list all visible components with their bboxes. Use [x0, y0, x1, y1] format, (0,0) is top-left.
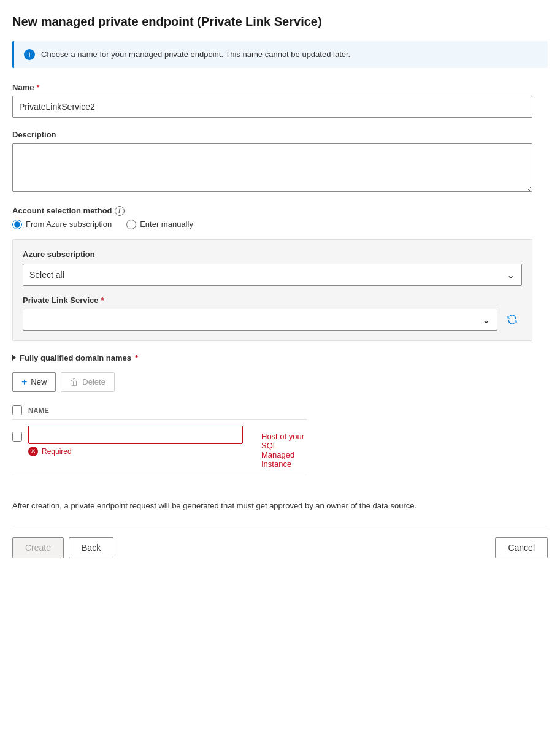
- name-label: Name *: [12, 83, 548, 92]
- fqdn-row-input[interactable]: [28, 426, 243, 444]
- trash-icon: 🗑: [70, 377, 79, 387]
- account-selection-group: Account selection method i From Azure su…: [12, 206, 548, 341]
- plus-icon: +: [21, 377, 27, 388]
- create-button[interactable]: Create: [12, 537, 64, 558]
- delete-button-label: Delete: [82, 377, 105, 386]
- fqdn-toolbar: + New 🗑 Delete: [12, 372, 548, 392]
- triangle-icon: [12, 355, 16, 361]
- azure-subscription-select[interactable]: Select all: [23, 264, 522, 286]
- footer-buttons: Create Back Cancel: [12, 527, 548, 558]
- new-button[interactable]: + New: [12, 372, 56, 392]
- private-link-required-star: *: [101, 296, 104, 305]
- private-link-service-label: Private Link Service *: [23, 296, 522, 305]
- radio-enter-manually[interactable]: Enter manually: [126, 220, 193, 229]
- row-separator: [12, 475, 307, 475]
- hint-text: Host of your SQL Managed Instance: [261, 432, 307, 469]
- cancel-button[interactable]: Cancel: [495, 537, 548, 558]
- fqdn-section-header: Fully qualified domain names *: [12, 353, 548, 362]
- info-box: i Choose a name for your managed private…: [12, 41, 548, 68]
- error-icon: ✕: [28, 447, 38, 456]
- name-required-star: *: [36, 83, 39, 92]
- radio-manual-label: Enter manually: [140, 220, 193, 229]
- radio-azure-label: From Azure subscription: [26, 220, 112, 229]
- fqdn-label: Fully qualified domain names: [20, 353, 131, 362]
- page-title: New managed private endpoint (Private Li…: [12, 15, 548, 29]
- private-link-service-group: Private Link Service *: [23, 296, 522, 331]
- footer-left-buttons: Create Back: [12, 537, 113, 558]
- footer-note: After creation, a private endpoint reque…: [12, 500, 532, 513]
- radio-azure-subscription[interactable]: From Azure subscription: [12, 220, 112, 229]
- azure-subscription-select-wrapper: Select all: [23, 264, 522, 286]
- subscription-box: Azure subscription Select all Private Li…: [12, 239, 532, 341]
- table-row: ✕ Required Host of your SQL Managed Inst…: [12, 420, 307, 475]
- new-button-label: New: [31, 377, 47, 386]
- azure-subscription-label: Azure subscription: [23, 250, 522, 259]
- col-name-header: NAME: [28, 407, 49, 414]
- name-input[interactable]: [12, 96, 532, 118]
- account-selection-label: Account selection method i: [12, 206, 548, 216]
- description-label: Description: [12, 130, 548, 139]
- private-link-row: [23, 309, 522, 331]
- error-message: ✕ Required: [28, 447, 243, 456]
- info-icon: i: [24, 49, 35, 60]
- description-input[interactable]: [12, 143, 532, 192]
- row-checkbox[interactable]: [12, 432, 22, 442]
- azure-subscription-group: Azure subscription Select all: [23, 250, 522, 286]
- table-header-row: NAME: [12, 402, 307, 420]
- name-field-group: Name *: [12, 83, 548, 118]
- fqdn-table: NAME ✕ Required Host of your SQL Managed…: [12, 402, 307, 475]
- private-link-select-wrapper: [23, 309, 497, 331]
- back-button[interactable]: Back: [69, 537, 113, 558]
- description-field-group: Description: [12, 130, 548, 194]
- table-select-all-checkbox[interactable]: [12, 405, 22, 415]
- delete-button[interactable]: 🗑 Delete: [61, 372, 115, 392]
- private-link-service-select[interactable]: [23, 309, 497, 331]
- fqdn-group: Fully qualified domain names * + New 🗑 D…: [12, 353, 548, 475]
- error-text: Required: [42, 447, 72, 456]
- fqdn-required-star: *: [135, 353, 138, 362]
- refresh-button[interactable]: [502, 310, 522, 329]
- account-info-icon[interactable]: i: [115, 206, 125, 216]
- row-content: ✕ Required: [28, 426, 243, 456]
- info-box-text: Choose a name for your managed private e…: [41, 48, 350, 61]
- radio-group: From Azure subscription Enter manually: [12, 220, 548, 229]
